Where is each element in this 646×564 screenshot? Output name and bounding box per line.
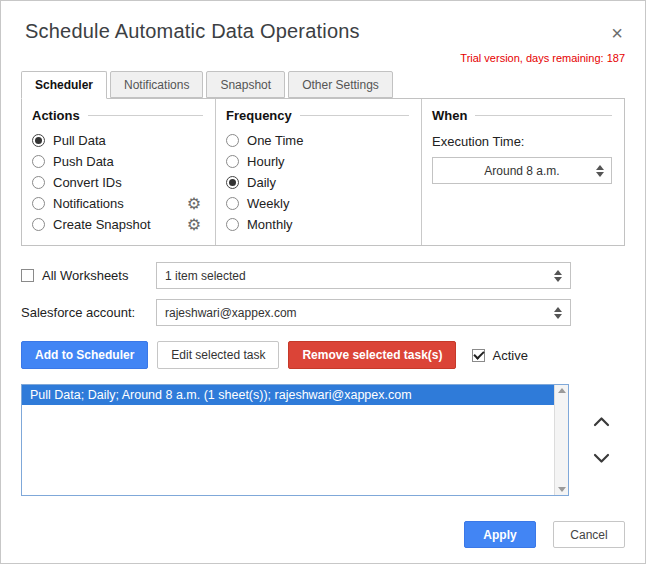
worksheets-select[interactable]: 1 item selected [156,262,571,289]
task-list-item[interactable]: Pull Data; Daily; Around 8 a.m. (1 sheet… [22,385,568,405]
group-rule [88,115,203,116]
radio-icon [32,197,45,210]
move-up-button[interactable] [593,416,610,427]
trial-notice: Trial version, days remaining: 187 [1,52,645,64]
move-down-button[interactable] [593,453,610,464]
radio-notifications-label: Notifications [53,196,124,211]
radio-create-snapshot-label: Create Snapshot [53,217,151,232]
radio-weekly-label: Weekly [247,196,289,211]
group-rule [475,115,612,116]
task-list[interactable]: Pull Data; Daily; Around 8 a.m. (1 sheet… [21,384,569,496]
execution-time-value: Around 8 a.m. [484,164,559,178]
radio-icon [226,218,239,231]
radio-convert-ids[interactable]: Convert IDs [32,175,203,190]
tab-bar: Scheduler Notifications Snapshot Other S… [1,71,645,98]
reorder-controls [593,384,610,496]
radio-convert-ids-label: Convert IDs [53,175,122,190]
tab-notifications-label: Notifications [124,78,189,92]
frequency-group-header: Frequency [226,108,409,123]
spinner-icon [554,270,562,282]
group-rule [300,115,409,116]
radio-icon [32,176,45,189]
salesforce-account-label: Salesforce account: [21,305,156,320]
salesforce-account-value: rajeshwari@xappex.com [165,306,297,320]
list-scrollbar[interactable] [554,385,568,495]
spinner-icon [554,307,562,319]
chevron-up-icon [593,416,610,427]
execution-time-select[interactable]: Around 8 a.m. [432,157,612,184]
tab-scheduler[interactable]: Scheduler [21,71,107,99]
tab-snapshot[interactable]: Snapshot [206,71,285,98]
radio-daily[interactable]: Daily [226,175,409,190]
add-to-scheduler-button[interactable]: Add to Scheduler [21,341,148,369]
spinner-up-arrow [554,270,562,275]
scroll-up-icon[interactable] [558,388,566,393]
when-group-title: When [432,108,467,123]
radio-notifications[interactable]: Notifications ⚙ [32,196,203,211]
scroll-down-icon[interactable] [558,487,566,492]
tab-other-settings[interactable]: Other Settings [288,71,393,98]
radio-daily-label: Daily [247,175,276,190]
spinner-down-arrow [554,314,562,319]
cancel-button[interactable]: Cancel [553,521,625,548]
spinner-up-arrow [554,307,562,312]
dialog-footer: Apply Cancel [464,521,625,548]
radio-weekly[interactable]: Weekly [226,196,409,211]
notifications-gear-icon[interactable]: ⚙ [187,196,201,212]
radio-hourly[interactable]: Hourly [226,154,409,169]
close-icon[interactable]: × [611,23,623,43]
salesforce-account-select[interactable]: rajeshwari@xappex.com [156,299,571,326]
dialog-header: Schedule Automatic Data Operations × [1,1,645,43]
task-list-area: Pull Data; Daily; Around 8 a.m. (1 sheet… [21,384,625,496]
edit-selected-task-button[interactable]: Edit selected task [157,341,279,369]
frequency-options: One Time Hourly Daily Weekly Monthly [226,133,409,232]
frequency-group-title: Frequency [226,108,292,123]
active-label: Active [492,348,527,363]
radio-one-time[interactable]: One Time [226,133,409,148]
actions-group-title: Actions [32,108,80,123]
worksheets-row: All Worksheets 1 item selected [21,262,625,289]
apply-button[interactable]: Apply [464,521,536,548]
tab-snapshot-label: Snapshot [220,78,271,92]
all-worksheets-checkbox[interactable]: All Worksheets [21,268,156,283]
actions-group-header: Actions [32,108,203,123]
radio-create-snapshot[interactable]: Create Snapshot ⚙ [32,217,203,232]
radio-icon [226,155,239,168]
radio-pull-data[interactable]: Pull Data [32,133,203,148]
radio-push-data[interactable]: Push Data [32,154,203,169]
checkbox-icon [472,349,485,362]
radio-hourly-label: Hourly [247,154,285,169]
spinner-down-arrow [554,277,562,282]
remove-selected-tasks-button[interactable]: Remove selected task(s) [288,341,456,369]
radio-icon [226,176,239,189]
radio-monthly[interactable]: Monthly [226,217,409,232]
radio-monthly-label: Monthly [247,217,293,232]
radio-icon [32,218,45,231]
radio-icon [32,134,45,147]
radio-icon [32,155,45,168]
snapshot-gear-icon[interactable]: ⚙ [187,217,201,233]
worksheets-select-value: 1 item selected [165,269,246,283]
active-checkbox[interactable]: Active [472,348,527,363]
radio-icon [226,197,239,210]
actions-group: Actions Pull Data Push Data Convert IDs [22,99,215,245]
dialog-title: Schedule Automatic Data Operations [25,20,360,43]
spinner-icon [596,165,604,177]
actions-options: Pull Data Push Data Convert IDs Notifica… [32,133,203,232]
execution-time-label: Execution Time: [432,134,612,149]
scheduler-panel: Actions Pull Data Push Data Convert IDs [21,98,625,246]
radio-push-data-label: Push Data [53,154,114,169]
tab-other-settings-label: Other Settings [302,78,379,92]
dialog-body: All Worksheets 1 item selected Salesforc… [1,262,645,496]
when-group: When Execution Time: Around 8 a.m. [421,99,624,245]
spinner-up-arrow [596,165,604,170]
frequency-group: Frequency One Time Hourly Daily [215,99,421,245]
chevron-down-icon [593,453,610,464]
spinner-down-arrow [596,172,604,177]
tab-notifications[interactable]: Notifications [110,71,203,98]
salesforce-account-row: Salesforce account: rajeshwari@xappex.co… [21,299,625,326]
task-buttons-row: Add to Scheduler Edit selected task Remo… [21,341,625,369]
when-group-header: When [432,108,612,123]
checkbox-icon [21,269,34,282]
radio-pull-data-label: Pull Data [53,133,106,148]
